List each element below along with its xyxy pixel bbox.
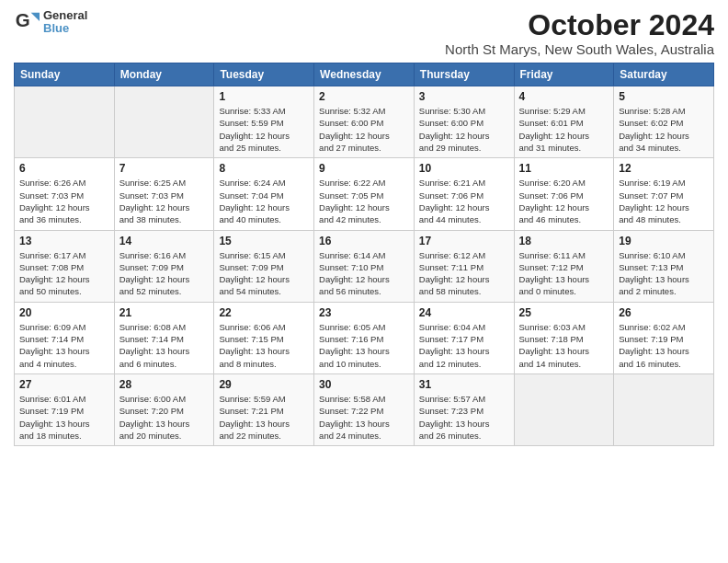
calendar-cell: 27Sunrise: 6:01 AM Sunset: 7:19 PM Dayli… <box>15 373 115 445</box>
day-info: Sunrise: 6:21 AM Sunset: 7:06 PM Dayligh… <box>419 177 509 225</box>
day-info: Sunrise: 5:59 AM Sunset: 7:21 PM Dayligh… <box>219 393 309 442</box>
day-number: 9 <box>319 162 409 175</box>
day-info: Sunrise: 6:14 AM Sunset: 7:10 PM Dayligh… <box>319 249 409 298</box>
weekday-header-friday: Friday <box>514 63 614 86</box>
day-info: Sunrise: 6:05 AM Sunset: 7:16 PM Dayligh… <box>319 321 409 370</box>
day-number: 25 <box>519 306 609 319</box>
calendar-cell: 19Sunrise: 6:10 AM Sunset: 7:13 PM Dayli… <box>614 230 714 302</box>
weekday-header-row: SundayMondayTuesdayWednesdayThursdayFrid… <box>15 63 714 86</box>
day-info: Sunrise: 5:32 AM Sunset: 6:00 PM Dayligh… <box>319 105 409 154</box>
calendar-cell: 12Sunrise: 6:19 AM Sunset: 7:07 PM Dayli… <box>614 158 714 230</box>
calendar-cell: 23Sunrise: 6:05 AM Sunset: 7:16 PM Dayli… <box>314 302 415 373</box>
calendar-cell: 10Sunrise: 6:21 AM Sunset: 7:06 PM Dayli… <box>414 158 514 230</box>
day-number: 3 <box>419 90 509 103</box>
calendar-cell <box>514 373 614 445</box>
day-info: Sunrise: 6:20 AM Sunset: 7:06 PM Dayligh… <box>519 177 609 225</box>
day-info: Sunrise: 6:17 AM Sunset: 7:08 PM Dayligh… <box>19 249 109 298</box>
day-number: 16 <box>319 235 409 247</box>
day-info: Sunrise: 6:00 AM Sunset: 7:20 PM Dayligh… <box>119 393 210 442</box>
day-info: Sunrise: 6:26 AM Sunset: 7:03 PM Dayligh… <box>19 177 109 225</box>
logo: G General Blue <box>14 9 87 36</box>
day-number: 31 <box>419 378 509 391</box>
calendar-cell: 28Sunrise: 6:00 AM Sunset: 7:20 PM Dayli… <box>114 373 214 445</box>
day-number: 18 <box>519 235 609 247</box>
calendar-cell: 7Sunrise: 6:25 AM Sunset: 7:03 PM Daylig… <box>114 158 214 230</box>
day-number: 20 <box>19 306 109 319</box>
day-number: 30 <box>319 378 409 391</box>
calendar-cell: 30Sunrise: 5:58 AM Sunset: 7:22 PM Dayli… <box>314 373 415 445</box>
day-number: 28 <box>119 378 210 391</box>
weekday-header-saturday: Saturday <box>614 63 714 86</box>
calendar-week-1: 1Sunrise: 5:33 AM Sunset: 5:59 PM Daylig… <box>15 86 714 158</box>
calendar-week-5: 27Sunrise: 6:01 AM Sunset: 7:19 PM Dayli… <box>15 373 714 445</box>
calendar-cell <box>614 373 714 445</box>
calendar-cell: 6Sunrise: 6:26 AM Sunset: 7:03 PM Daylig… <box>15 158 115 230</box>
calendar-cell: 2Sunrise: 5:32 AM Sunset: 6:00 PM Daylig… <box>314 86 415 158</box>
calendar-week-3: 13Sunrise: 6:17 AM Sunset: 7:08 PM Dayli… <box>15 230 714 302</box>
logo-icon: G <box>14 9 40 35</box>
calendar-cell: 21Sunrise: 6:08 AM Sunset: 7:14 PM Dayli… <box>114 302 214 373</box>
day-number: 10 <box>419 162 509 175</box>
day-info: Sunrise: 6:22 AM Sunset: 7:05 PM Dayligh… <box>319 177 409 225</box>
calendar-cell: 26Sunrise: 6:02 AM Sunset: 7:19 PM Dayli… <box>614 302 714 373</box>
day-number: 22 <box>219 306 309 319</box>
day-info: Sunrise: 5:57 AM Sunset: 7:23 PM Dayligh… <box>419 393 509 442</box>
calendar-cell <box>114 86 214 158</box>
day-info: Sunrise: 5:29 AM Sunset: 6:01 PM Dayligh… <box>519 105 609 154</box>
day-number: 13 <box>19 235 109 247</box>
day-info: Sunrise: 6:04 AM Sunset: 7:17 PM Dayligh… <box>419 321 509 370</box>
calendar-cell: 11Sunrise: 6:20 AM Sunset: 7:06 PM Dayli… <box>514 158 614 230</box>
weekday-header-sunday: Sunday <box>15 63 115 86</box>
day-info: Sunrise: 6:16 AM Sunset: 7:09 PM Dayligh… <box>119 249 210 298</box>
day-info: Sunrise: 6:19 AM Sunset: 7:07 PM Dayligh… <box>619 177 709 225</box>
month-title: October 2024 <box>445 9 714 41</box>
day-number: 14 <box>119 235 210 247</box>
calendar-header: SundayMondayTuesdayWednesdayThursdayFrid… <box>15 63 714 86</box>
logo-line1: General <box>43 9 87 22</box>
day-info: Sunrise: 6:08 AM Sunset: 7:14 PM Dayligh… <box>119 321 210 370</box>
calendar-cell: 9Sunrise: 6:22 AM Sunset: 7:05 PM Daylig… <box>314 158 415 230</box>
calendar-week-4: 20Sunrise: 6:09 AM Sunset: 7:14 PM Dayli… <box>15 302 714 373</box>
day-number: 23 <box>319 306 409 319</box>
day-info: Sunrise: 5:30 AM Sunset: 6:00 PM Dayligh… <box>419 105 509 154</box>
day-info: Sunrise: 5:33 AM Sunset: 5:59 PM Dayligh… <box>219 105 309 154</box>
day-info: Sunrise: 6:03 AM Sunset: 7:18 PM Dayligh… <box>519 321 609 370</box>
day-number: 19 <box>619 235 709 247</box>
day-number: 7 <box>119 162 210 175</box>
calendar-cell: 22Sunrise: 6:06 AM Sunset: 7:15 PM Dayli… <box>214 302 314 373</box>
day-number: 6 <box>19 162 109 175</box>
day-info: Sunrise: 6:25 AM Sunset: 7:03 PM Dayligh… <box>119 177 210 225</box>
day-number: 24 <box>419 306 509 319</box>
day-number: 27 <box>19 378 109 391</box>
calendar-cell: 31Sunrise: 5:57 AM Sunset: 7:23 PM Dayli… <box>414 373 514 445</box>
day-number: 21 <box>119 306 210 319</box>
day-number: 29 <box>219 378 309 391</box>
calendar-cell: 13Sunrise: 6:17 AM Sunset: 7:08 PM Dayli… <box>15 230 115 302</box>
day-number: 2 <box>319 90 409 103</box>
day-info: Sunrise: 6:15 AM Sunset: 7:09 PM Dayligh… <box>219 249 309 298</box>
svg-text:G: G <box>16 9 30 30</box>
weekday-header-wednesday: Wednesday <box>314 63 415 86</box>
title-area: October 2024 North St Marys, New South W… <box>445 9 714 57</box>
location: North St Marys, New South Wales, Austral… <box>445 41 714 57</box>
day-number: 26 <box>619 306 709 319</box>
calendar-cell: 24Sunrise: 6:04 AM Sunset: 7:17 PM Dayli… <box>414 302 514 373</box>
logo-line2: Blue <box>43 22 87 35</box>
calendar-cell: 8Sunrise: 6:24 AM Sunset: 7:04 PM Daylig… <box>214 158 314 230</box>
svg-marker-1 <box>31 13 40 21</box>
calendar-cell: 4Sunrise: 5:29 AM Sunset: 6:01 PM Daylig… <box>514 86 614 158</box>
calendar-cell: 3Sunrise: 5:30 AM Sunset: 6:00 PM Daylig… <box>414 86 514 158</box>
day-info: Sunrise: 6:01 AM Sunset: 7:19 PM Dayligh… <box>19 393 109 442</box>
calendar-cell <box>15 86 115 158</box>
calendar-cell: 25Sunrise: 6:03 AM Sunset: 7:18 PM Dayli… <box>514 302 614 373</box>
calendar-cell: 5Sunrise: 5:28 AM Sunset: 6:02 PM Daylig… <box>614 86 714 158</box>
calendar: SundayMondayTuesdayWednesdayThursdayFrid… <box>14 63 714 446</box>
calendar-cell: 16Sunrise: 6:14 AM Sunset: 7:10 PM Dayli… <box>314 230 415 302</box>
calendar-cell: 20Sunrise: 6:09 AM Sunset: 7:14 PM Dayli… <box>15 302 115 373</box>
calendar-cell: 1Sunrise: 5:33 AM Sunset: 5:59 PM Daylig… <box>214 86 314 158</box>
day-info: Sunrise: 6:10 AM Sunset: 7:13 PM Dayligh… <box>619 249 709 298</box>
calendar-cell: 15Sunrise: 6:15 AM Sunset: 7:09 PM Dayli… <box>214 230 314 302</box>
day-number: 4 <box>519 90 609 103</box>
weekday-header-tuesday: Tuesday <box>214 63 314 86</box>
day-number: 8 <box>219 162 309 175</box>
